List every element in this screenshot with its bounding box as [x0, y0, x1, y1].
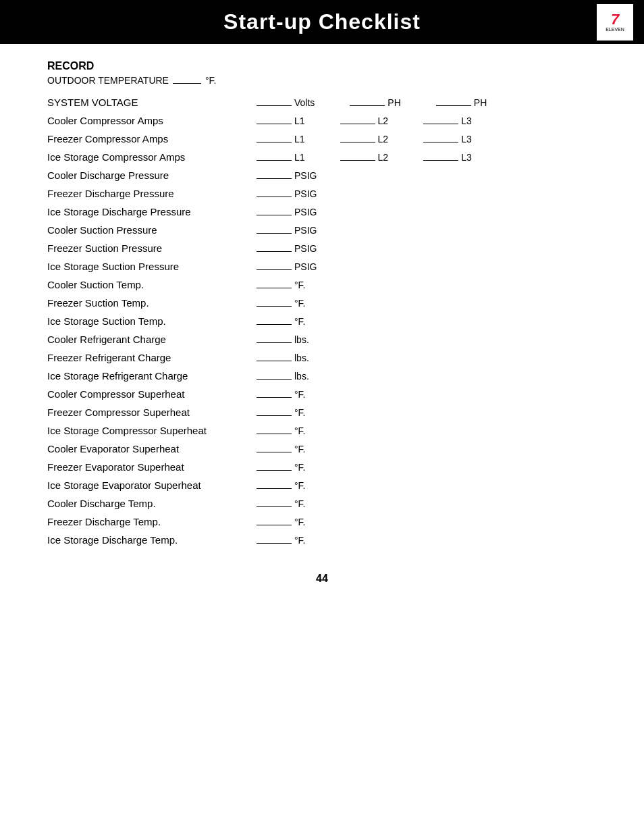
- outdoor-temp-row: OUTDOOR TEMPERATURE °F.: [47, 75, 597, 86]
- row-fields: L1L2L3: [257, 152, 507, 163]
- ph1-field: PH: [350, 97, 400, 108]
- field-unit: L2: [378, 115, 389, 126]
- field-underline: [257, 142, 292, 142]
- field: °F.: [257, 498, 306, 509]
- field-unit: lbs.: [294, 371, 309, 382]
- field-underline: [257, 324, 292, 325]
- row-fields: L1L2L3: [257, 134, 507, 145]
- field-unit: °F.: [294, 407, 306, 418]
- row-label: Ice Storage Compressor Amps: [47, 151, 257, 163]
- field: °F.: [257, 480, 306, 491]
- checklist-row: Cooler Compressor AmpsL1L2L3: [47, 115, 597, 126]
- field-underline: [257, 233, 292, 234]
- row-label: Cooler Compressor Superheat: [47, 388, 257, 400]
- voltage-field: Volts: [257, 97, 315, 108]
- field-unit: °F.: [294, 425, 306, 436]
- field-underline: [257, 269, 292, 270]
- field: L1: [257, 152, 305, 163]
- field-underline: [257, 488, 292, 489]
- field: L1: [257, 134, 305, 145]
- checklist-row: Ice Storage Refrigerant Chargelbs.: [47, 370, 597, 382]
- field-unit: °F.: [294, 316, 306, 327]
- field-underline: [257, 124, 292, 124]
- system-voltage-label: SYSTEM VOLTAGE: [47, 97, 257, 108]
- field-unit: PSIG: [294, 207, 317, 217]
- outdoor-temp-underline: [173, 83, 201, 84]
- outdoor-temp-unit: °F.: [205, 75, 217, 86]
- row-label: Freezer Evaporator Superheat: [47, 461, 257, 473]
- row-fields: PSIG: [257, 188, 352, 199]
- field: °F.: [257, 316, 306, 327]
- field: lbs.: [257, 371, 309, 382]
- field-underline: [340, 124, 375, 124]
- checklist-row: Ice Storage Discharge Temp.°F.: [47, 534, 597, 546]
- field-unit: L3: [461, 134, 472, 145]
- checklist-row: Ice Storage Compressor AmpsL1L2L3: [47, 151, 597, 163]
- checklist-row: Freezer Discharge PressurePSIG: [47, 188, 597, 199]
- row-fields: PSIG: [257, 261, 352, 272]
- field: lbs.: [257, 353, 309, 363]
- row-label: Ice Storage Evaporator Superheat: [47, 479, 257, 491]
- field: °F.: [257, 407, 306, 418]
- voltage-fields: Volts PH PH: [257, 97, 522, 108]
- field-unit: PSIG: [294, 243, 317, 254]
- checklist-row: Cooler Refrigerant Chargelbs.: [47, 334, 597, 345]
- field-unit: L2: [378, 134, 389, 145]
- field: PSIG: [257, 207, 317, 217]
- checklist-row: Ice Storage Suction PressurePSIG: [47, 261, 597, 272]
- checklist-row: Cooler Suction Temp.°F.: [47, 279, 597, 290]
- checklist-row: Freezer Evaporator Superheat°F.: [47, 461, 597, 473]
- row-label: Freezer Discharge Pressure: [47, 188, 257, 199]
- field-unit: L1: [294, 115, 305, 126]
- field-underline: [257, 342, 292, 343]
- row-fields: °F.: [257, 407, 341, 418]
- ph2-label: PH: [474, 97, 487, 108]
- field-underline: [257, 251, 292, 252]
- row-label: Freezer Refrigerant Charge: [47, 352, 257, 363]
- row-label: Freezer Compressor Superheat: [47, 407, 257, 418]
- voltage-underline: [257, 105, 292, 106]
- row-fields: °F.: [257, 517, 341, 527]
- field-unit: °F.: [294, 280, 306, 290]
- field: °F.: [257, 535, 306, 546]
- checklist-row: Cooler Discharge Temp.°F.: [47, 498, 597, 509]
- field-underline: [257, 306, 292, 307]
- field-underline: [423, 142, 458, 142]
- field: PSIG: [257, 261, 317, 272]
- page-header: Start-up Checklist 7 ELEVEN: [0, 0, 644, 44]
- field-unit: °F.: [294, 498, 306, 509]
- field: °F.: [257, 462, 306, 473]
- field: L2: [340, 152, 389, 163]
- field: L3: [423, 115, 472, 126]
- row-label: Ice Storage Compressor Superheat: [47, 425, 257, 436]
- row-label: Cooler Compressor Amps: [47, 115, 257, 126]
- row-fields: PSIG: [257, 243, 352, 254]
- voltage-unit: Volts: [294, 97, 315, 108]
- row-fields: L1L2L3: [257, 115, 507, 126]
- row-label: Ice Storage Refrigerant Charge: [47, 370, 257, 382]
- field-unit: L3: [461, 115, 472, 126]
- row-label: Cooler Refrigerant Charge: [47, 334, 257, 345]
- field: PSIG: [257, 225, 317, 236]
- row-label: Cooler Suction Pressure: [47, 224, 257, 236]
- section-title: RECORD: [47, 60, 597, 72]
- row-fields: °F.: [257, 444, 341, 454]
- row-fields: °F.: [257, 462, 341, 473]
- checklist-row: Freezer Compressor Superheat°F.: [47, 407, 597, 418]
- field-underline: [257, 470, 292, 471]
- row-fields: °F.: [257, 535, 341, 546]
- ph2-underline: [436, 105, 471, 106]
- field-underline: [340, 142, 375, 142]
- ph1-underline: [350, 105, 385, 106]
- checklist-row: Cooler Suction PressurePSIG: [47, 224, 597, 236]
- field: °F.: [257, 280, 306, 290]
- checklist-row: Ice Storage Discharge PressurePSIG: [47, 206, 597, 217]
- field: L3: [423, 152, 472, 163]
- field-unit: PSIG: [294, 188, 317, 199]
- checklist-row: Freezer Suction PressurePSIG: [47, 242, 597, 254]
- main-content: RECORD OUTDOOR TEMPERATURE °F. SYSTEM VO…: [0, 60, 644, 546]
- row-fields: °F.: [257, 480, 341, 491]
- row-fields: °F.: [257, 298, 341, 309]
- field-underline: [257, 379, 292, 380]
- row-label: Freezer Suction Temp.: [47, 297, 257, 309]
